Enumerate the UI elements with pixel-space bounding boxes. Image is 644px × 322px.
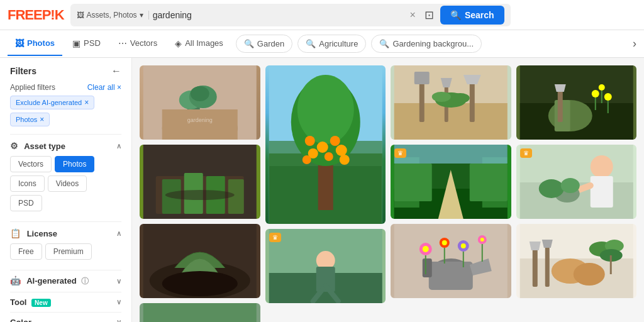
asset-type-vectors[interactable]: Vectors [10,156,52,172]
ai-info-icon[interactable]: ⓘ [81,277,89,286]
tool-label: Tool [10,297,26,307]
image-card-5[interactable] [140,145,260,219]
applied-filters-label-row: Applied filters Clear all × [10,83,121,92]
filter-tag-photos[interactable]: Photos × [10,113,50,126]
sidebar-collapse-button[interactable]: ← [111,65,121,77]
all-images-tab-icon: ◈ [175,38,182,48]
filter-tag-exclude-ai[interactable]: Exclude AI-generated × [10,96,94,109]
section-tool[interactable]: Tool New ∨ [10,292,121,312]
header: FREEP!K 🖼 Assets, Photos ▾ × ⊡ 🔍 Search [0,0,644,30]
asset-selector-img-icon: 🖼 [77,11,84,19]
license-header[interactable]: 📋 License ∧ [10,228,121,238]
tab-photos-label: Photos [27,38,55,48]
tool-chevron: ∨ [116,298,121,306]
filter-tags: Exclude AI-generated × Photos × [10,96,121,126]
clear-all-button[interactable]: Clear all × [87,83,121,92]
pill-agriculture-label: Agriculture [319,39,358,48]
license-buttons: Free Premium [10,243,121,260]
tab-psd[interactable]: ▣ PSD [65,32,108,56]
image-card-6[interactable]: ♛ [391,145,511,219]
asset-type-label: Asset type [24,142,65,151]
license-label: License [27,229,57,238]
asset-type-photos[interactable]: Photos [55,156,94,172]
main-layout: Filters ← Applied filters Clear all × Ex… [0,58,644,322]
more-tabs-button[interactable]: › [633,37,636,50]
filter-tag-exclude-ai-label: Exclude AI-generated [16,99,82,106]
tab-vectors-label: Vectors [130,38,157,48]
tool-new-badge: New [31,299,51,307]
pill-garden[interactable]: 🔍 Garden [236,35,292,53]
pill-gardening-bg-icon: 🔍 [379,39,389,48]
tab-psd-label: PSD [84,38,101,48]
image-card-9[interactable]: ♛ [265,229,386,303]
applied-label-text: Applied filters [10,83,55,92]
pill-gardening-bg-label: Gardening backgrou... [392,39,474,48]
section-asset-type: ⚙ Asset type ∧ Vectors Photos Icons Vide… [10,134,121,221]
pill-agriculture[interactable]: 🔍 Agriculture [297,35,366,53]
asset-type-psd[interactable]: PSD [10,195,42,211]
image-card-3[interactable] [391,65,511,140]
asset-selector-chevron: ▾ [140,11,143,19]
image-card-10[interactable] [391,224,511,298]
search-icon: 🔍 [450,10,461,20]
pill-garden-label: Garden [257,39,284,48]
image-card-2[interactable] [265,65,386,224]
asset-type-buttons: Vectors Photos Icons Videos PSD [10,156,121,211]
ai-icon: 🤖 [10,275,21,286]
tab-photos[interactable]: 🖼 Photos [8,32,62,56]
camera-icon-button[interactable]: ⊡ [422,8,436,22]
filter-tag-photos-label: Photos [16,116,37,123]
search-bar: 🖼 Assets, Photos ▾ × ⊡ 🔍 Search [70,4,511,26]
grid-col-2: ♛ [265,65,386,322]
section-ai-generated[interactable]: 🤖 AI-generated ⓘ ∨ [10,270,121,292]
photos-tab-icon: 🖼 [15,38,24,48]
filter-tag-photos-close[interactable]: × [40,115,44,124]
vectors-tab-icon: ⋯ [118,38,127,48]
tabs-row: 🖼 Photos ▣ PSD ⋯ Vectors ◈ All Images 🔍 … [0,30,644,58]
search-input[interactable] [153,10,404,20]
image-card-11[interactable] [516,224,637,298]
search-button[interactable]: 🔍 Search [440,6,504,25]
clear-search-button[interactable]: × [408,9,418,21]
applied-filters: Applied filters Clear all × Exclude AI-g… [10,83,121,126]
license-premium[interactable]: Premium [45,243,92,260]
logo: FREEP!K [8,7,64,23]
ai-label: AI-generated [26,276,76,286]
license-chevron: ∧ [116,230,121,238]
grid-col-4: ♛ [516,65,637,322]
pill-garden-icon: 🔍 [244,39,254,48]
color-label: Color [10,318,31,322]
asset-type-header[interactable]: ⚙ Asset type ∧ [10,141,121,151]
pill-gardening-background[interactable]: 🔍 Gardening backgrou... [371,35,482,53]
color-chevron: ∨ [116,318,121,322]
filter-tag-exclude-ai-close[interactable]: × [84,98,89,107]
logo-ik: !K [50,7,64,23]
psd-tab-icon: ▣ [72,38,80,48]
asset-selector[interactable]: 🖼 Assets, Photos ▾ [77,11,149,19]
license-free[interactable]: Free [10,243,42,260]
asset-type-icons[interactable]: Icons [10,175,45,192]
grid-col-3: ♛ [391,65,511,322]
sidebar: Filters ← Applied filters Clear all × Ex… [0,58,132,322]
grid-col-1: gardening [140,65,260,322]
search-button-label: Search [465,10,494,20]
image-card-4[interactable] [516,65,637,140]
sidebar-header: Filters ← [10,65,121,77]
asset-type-icon: ⚙ [10,141,18,151]
section-color[interactable]: Color ∨ [10,312,121,322]
asset-type-videos[interactable]: Videos [48,175,87,192]
license-icon: 📋 [10,228,21,238]
image-card-12[interactable] [140,303,260,322]
image-card-7[interactable]: ♛ [516,145,637,219]
image-card-8[interactable] [140,224,260,298]
content-area: gardening [132,58,644,322]
tab-vectors[interactable]: ⋯ Vectors [111,32,165,56]
pill-agriculture-icon: 🔍 [306,39,316,48]
asset-selector-label: Assets, Photos [87,11,137,19]
tab-all-images-label: All Images [185,38,223,48]
ai-chevron: ∨ [116,277,121,286]
logo-freep: FREEP [8,7,50,23]
tab-all-images[interactable]: ◈ All Images [167,32,231,56]
image-card-1[interactable]: gardening [140,65,260,140]
filters-title: Filters [10,66,36,76]
